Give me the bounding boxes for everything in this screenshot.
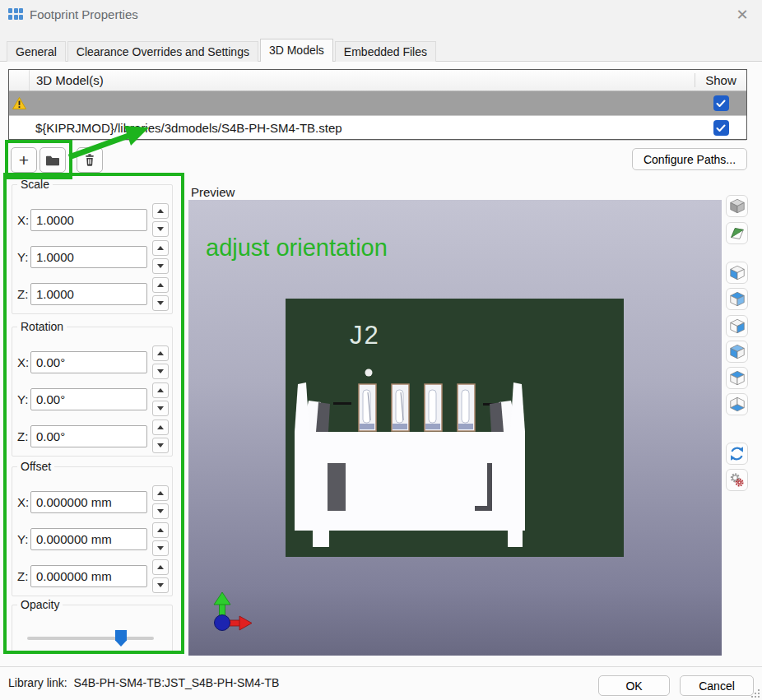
reference-designator: J2 [350,321,380,350]
library-link: Library link:S4B-PH-SM4-TB:JST_S4B-PH-SM… [8,676,279,689]
spin-up-button[interactable] [152,345,169,361]
rotation-x-input[interactable] [30,351,147,373]
offset-group: Offset X: Y: Z: [12,466,173,596]
spin-down-button[interactable] [152,503,169,519]
scale-z-input[interactable] [30,283,147,305]
scale-x-input[interactable] [30,209,147,231]
spin-down-button[interactable] [152,401,169,416]
offset-x-input[interactable] [30,491,147,513]
cube-back-icon [728,343,746,361]
view-top-button[interactable] [726,367,748,389]
rotation-group: Rotation X: Y: Z: [12,327,173,457]
folder-icon [44,154,61,167]
cube-front-icon [728,318,746,336]
tab-embedded-files[interactable]: Embedded Files [335,41,436,62]
offset-z-label: Z: [17,569,30,583]
cube-right-icon [728,290,746,308]
model-column-header: 3D Model(s) [30,73,695,87]
refresh-icon [728,445,746,462]
add-model-button[interactable]: + [11,147,37,173]
scale-x-label: X: [17,213,30,227]
cube-left-icon [728,264,746,282]
check-icon [716,100,726,108]
table-row[interactable] [9,91,746,116]
title-bar: Footprint Properties ✕ [0,0,762,33]
view-back-button[interactable] [726,341,748,363]
scale-z-label: Z: [17,287,30,301]
spin-down-button[interactable] [152,364,169,379]
resize-grip[interactable] [758,689,760,691]
offset-y-input[interactable] [30,528,147,550]
offset-z-input[interactable] [30,565,147,587]
view-right-button[interactable] [726,288,748,310]
3d-model-table: 3D Model(s) Show ${KIP [8,69,747,140]
slider-handle[interactable] [115,630,127,647]
view-front-button[interactable] [726,315,748,337]
spin-up-button[interactable] [152,240,169,256]
slider-track[interactable] [27,637,154,640]
axis-gizmo [214,592,252,631]
table-header: 3D Model(s) Show [9,70,746,91]
show-checkbox[interactable] [713,120,729,136]
library-link-label: Library link: [8,676,67,689]
offset-group-title: Offset [17,460,54,473]
opacity-slider[interactable] [27,630,154,646]
model-path-cell: ${KIPRJMOD}/libraries/3dmodels/S4B-PH-SM… [29,121,695,135]
tab-clearance[interactable]: Clearance Overrides and Settings [67,41,258,62]
opacity-group-title: Opacity [17,598,63,611]
ok-button[interactable]: OK [598,675,670,696]
view-left-button[interactable] [726,262,748,284]
browse-folder-button[interactable] [39,147,66,173]
annotation-text: adjust orientation [206,234,388,262]
trash-icon [82,152,97,168]
spin-down-button[interactable] [152,540,169,556]
spin-down-button[interactable] [152,295,169,311]
reload-model-button[interactable] [726,443,748,465]
rotation-group-title: Rotation [17,320,67,333]
scale-y-input[interactable] [30,246,147,268]
tab-general[interactable]: General [7,41,66,62]
spin-up-button[interactable] [152,522,169,538]
cube-top-icon [728,369,746,387]
spin-up-button[interactable] [152,277,169,293]
spin-up-button[interactable] [152,382,169,398]
tab-bar: General Clearance Overrides and Settings… [7,39,438,62]
rotation-z-input[interactable] [30,425,147,447]
gears-icon [728,471,746,489]
3d-scene: J2 [188,200,722,656]
table-row[interactable]: ${KIPRJMOD}/libraries/3dmodels/S4B-PH-SM… [9,116,746,141]
spin-up-button[interactable] [152,485,169,501]
rotation-y-label: Y: [17,392,30,406]
scale-y-label: Y: [17,250,30,264]
warning-icon [12,96,27,110]
footprint-icon [8,8,24,21]
spin-down-button[interactable] [152,577,169,593]
spin-up-button[interactable] [152,559,169,575]
check-icon [716,124,726,132]
view-isometric-button[interactable] [726,195,748,217]
offset-y-label: Y: [17,532,30,546]
offset-x-label: X: [17,495,30,509]
render-settings-button[interactable] [726,469,748,491]
spin-down-button[interactable] [152,438,169,453]
view-board-plane-button[interactable] [726,222,748,244]
window-title: Footprint Properties [30,7,138,21]
rotation-x-label: X: [17,355,30,369]
spin-up-button[interactable] [152,420,169,435]
3d-viewport[interactable]: adjust orientation J2 [188,200,722,656]
scale-group-title: Scale [17,178,53,191]
view-bottom-button[interactable] [726,393,748,415]
cancel-button[interactable]: Cancel [680,675,754,696]
tab-3d-models[interactable]: 3D Models [260,39,333,62]
board-plane-icon [728,225,746,243]
spin-down-button[interactable] [152,258,169,274]
show-checkbox[interactable] [713,95,729,111]
delete-model-button[interactable] [77,147,103,173]
opacity-group: Opacity [12,605,173,652]
scale-group: Scale X: Y: Z: [12,184,173,314]
spin-down-button[interactable] [152,221,169,237]
configure-paths-button[interactable]: Configure Paths... [632,148,747,170]
spin-up-button[interactable] [152,203,169,219]
rotation-y-input[interactable] [30,388,147,410]
close-icon[interactable]: ✕ [731,4,754,25]
